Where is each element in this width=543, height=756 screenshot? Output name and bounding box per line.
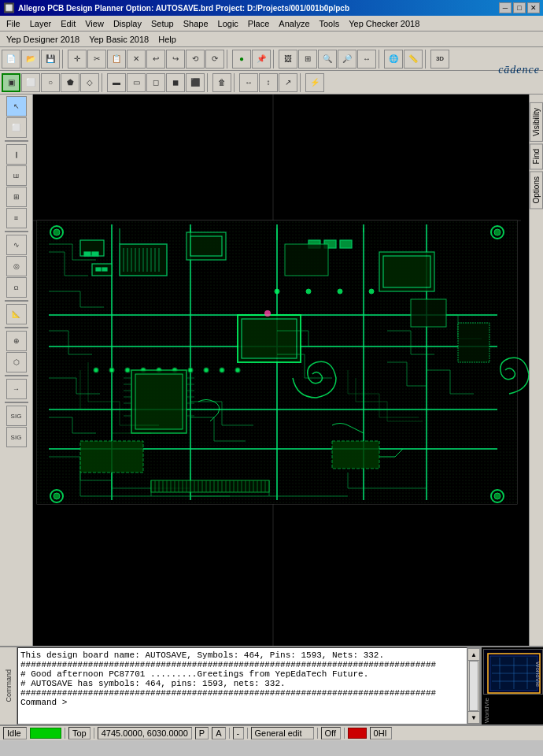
toolbar-open[interactable]: 📂 bbox=[21, 50, 40, 69]
toolbar2-shape3[interactable]: ◼ bbox=[166, 73, 185, 92]
menu-file[interactable]: File bbox=[2, 18, 25, 29]
toolbar-world[interactable]: 🌐 bbox=[384, 50, 403, 69]
svg-point-83 bbox=[54, 229, 60, 235]
sidebar-tool6-icon: ≡ bbox=[14, 214, 18, 222]
sidebar-tool13-icon: SIG bbox=[11, 413, 22, 420]
sidebar-tool14[interactable]: SIG bbox=[6, 427, 27, 447]
trash-icon: 🗑 bbox=[218, 78, 226, 87]
svg-rect-34 bbox=[190, 236, 222, 256]
sidebar-tool10[interactable]: 📐 bbox=[6, 304, 27, 324]
toolbar-3d[interactable]: 3D bbox=[430, 50, 449, 69]
minimap-area: WorldVie WorldVie bbox=[480, 647, 543, 724]
toolbar2-shape4[interactable]: ⬛ bbox=[186, 73, 205, 92]
toolbar2-filled-rect[interactable]: ▬ bbox=[107, 73, 126, 92]
toolbar2-shape2[interactable]: ◻ bbox=[146, 73, 165, 92]
toolbar2-trash[interactable]: 🗑 bbox=[212, 73, 231, 92]
visibility-tab[interactable]: Visibility bbox=[530, 102, 543, 142]
menu-setup[interactable]: Setup bbox=[146, 18, 179, 29]
sidebar-tool8[interactable]: ◎ bbox=[6, 256, 27, 276]
toolbar-ratsnest[interactable]: ● bbox=[232, 50, 251, 69]
status-sep1 bbox=[65, 728, 65, 739]
sidebar-tool5[interactable]: ⊞ bbox=[6, 187, 27, 207]
toolbar2-move-d[interactable]: ↗ bbox=[279, 73, 297, 92]
toolbar-new[interactable]: 📄 bbox=[2, 50, 20, 69]
menu-tools[interactable]: Tools bbox=[315, 18, 345, 29]
menu-analyze[interactable]: Analyze bbox=[274, 18, 314, 29]
zoom-out-icon: 🔎 bbox=[342, 54, 352, 63]
toolbar-copy[interactable]: 📋 bbox=[107, 50, 126, 69]
menu-edit[interactable]: Edit bbox=[56, 18, 80, 29]
toolbar2-circle[interactable]: ○ bbox=[41, 73, 60, 92]
scroll-up-button[interactable]: ▲ bbox=[467, 648, 480, 661]
close-button[interactable]: ✕ bbox=[527, 2, 540, 13]
toolbar-screenshot[interactable]: 🖼 bbox=[279, 50, 297, 69]
toolbar2-connect[interactable]: ⚡ bbox=[305, 73, 324, 92]
toolbar-delete[interactable]: ✕ bbox=[127, 50, 146, 69]
menu-logic[interactable]: Logic bbox=[213, 18, 243, 29]
shape2-icon: ◻ bbox=[153, 78, 159, 87]
toolbar2-diamond[interactable]: ◇ bbox=[80, 73, 99, 92]
menu-display[interactable]: Display bbox=[109, 18, 146, 29]
sidebar-select[interactable]: ↖ bbox=[6, 96, 27, 117]
sidebar-box[interactable]: ⬜ bbox=[6, 117, 27, 138]
toolbar-zoom-prev[interactable]: ↔ bbox=[357, 50, 376, 69]
scroll-down-button[interactable]: ▼ bbox=[467, 711, 480, 724]
toolbar-undo2[interactable]: ⟲ bbox=[186, 50, 205, 69]
sidebar-tool4[interactable]: Ш bbox=[6, 165, 27, 186]
move-v-icon: ↕ bbox=[267, 78, 271, 87]
toolbar-ruler[interactable]: 📏 bbox=[404, 50, 423, 69]
toolbar2-select[interactable]: ▣ bbox=[2, 73, 20, 92]
sidebar-tool3[interactable]: ∥ bbox=[6, 144, 27, 165]
toolbar-undo[interactable]: ↩ bbox=[146, 50, 165, 69]
sidebar-tool13[interactable]: SIG bbox=[6, 406, 27, 426]
toolbar-undelete[interactable]: ↪ bbox=[166, 50, 185, 69]
toolbar-redo[interactable]: ⟳ bbox=[205, 50, 224, 69]
sidebar-tool11[interactable]: ⊕ bbox=[6, 331, 27, 351]
toolbar-zoom-in[interactable]: 🔍 bbox=[318, 50, 337, 69]
snap-icon: ✛ bbox=[74, 54, 80, 63]
sidebar-tool12[interactable]: ⬡ bbox=[6, 352, 27, 372]
menu-layer[interactable]: Layer bbox=[25, 18, 57, 29]
sidebar-tool7[interactable]: ∿ bbox=[6, 235, 27, 255]
sidebar-tool6[interactable]: ≡ bbox=[6, 208, 27, 228]
menu-yepchecker[interactable]: Yep Checker 2018 bbox=[344, 18, 424, 29]
console-line-2: ########################################… bbox=[20, 660, 464, 669]
toolbar-cut[interactable]: ✂ bbox=[87, 50, 106, 69]
menu-shape[interactable]: Shape bbox=[179, 18, 213, 29]
toolbar2-move-v[interactable]: ↕ bbox=[259, 73, 278, 92]
find-tab[interactable]: Find bbox=[530, 143, 543, 169]
console-output[interactable]: This design board name: AUTOSAVE, Symbol… bbox=[17, 647, 467, 724]
shape1-icon: ▭ bbox=[133, 78, 140, 87]
sidebar-arrow[interactable]: → bbox=[6, 379, 27, 399]
minimize-button[interactable]: ─ bbox=[499, 2, 512, 13]
toolbar-snap[interactable]: ✛ bbox=[68, 50, 87, 69]
titlebar-controls[interactable]: ─ □ ✕ bbox=[499, 2, 540, 13]
menu-yepdesigner[interactable]: Yep Designer 2018 bbox=[2, 34, 84, 45]
toolbar-pin[interactable]: 📌 bbox=[252, 50, 271, 69]
toolbar2-sep4 bbox=[300, 73, 303, 92]
toolbar2-shape1[interactable]: ▭ bbox=[127, 73, 146, 92]
move-d-icon: ↗ bbox=[285, 78, 291, 87]
toolbar2-rect[interactable]: ⬜ bbox=[21, 73, 40, 92]
toolbar-zoom-fit[interactable]: ⊞ bbox=[298, 50, 317, 69]
open-icon: 📂 bbox=[26, 54, 35, 63]
menu-yepbasic[interactable]: Yep Basic 2018 bbox=[84, 34, 153, 45]
maximize-button[interactable]: □ bbox=[513, 2, 526, 13]
toolbar2-move[interactable]: ↔ bbox=[239, 73, 258, 92]
sidebar-tool4-icon: Ш bbox=[13, 172, 19, 180]
console-scrollbar[interactable]: ▲ ▼ bbox=[467, 647, 480, 724]
toolbar-zoom-out[interactable]: 🔎 bbox=[338, 50, 356, 69]
pcb-canvas[interactable] bbox=[33, 94, 529, 646]
menu-place[interactable]: Place bbox=[243, 18, 275, 29]
svg-point-43 bbox=[109, 368, 114, 372]
status-sep2 bbox=[94, 728, 94, 739]
menu-help[interactable]: Help bbox=[153, 34, 181, 45]
zoom-prev-icon: ↔ bbox=[363, 54, 371, 63]
options-tab[interactable]: Options bbox=[530, 171, 543, 209]
toolbar-save[interactable]: 💾 bbox=[41, 50, 60, 69]
status-sep4 bbox=[247, 728, 248, 739]
menu-view[interactable]: View bbox=[80, 18, 109, 29]
toolbar2-poly[interactable]: ⬟ bbox=[61, 73, 79, 92]
screenshot-icon: 🖼 bbox=[284, 54, 292, 63]
sidebar-tool9[interactable]: Ω bbox=[6, 277, 27, 298]
